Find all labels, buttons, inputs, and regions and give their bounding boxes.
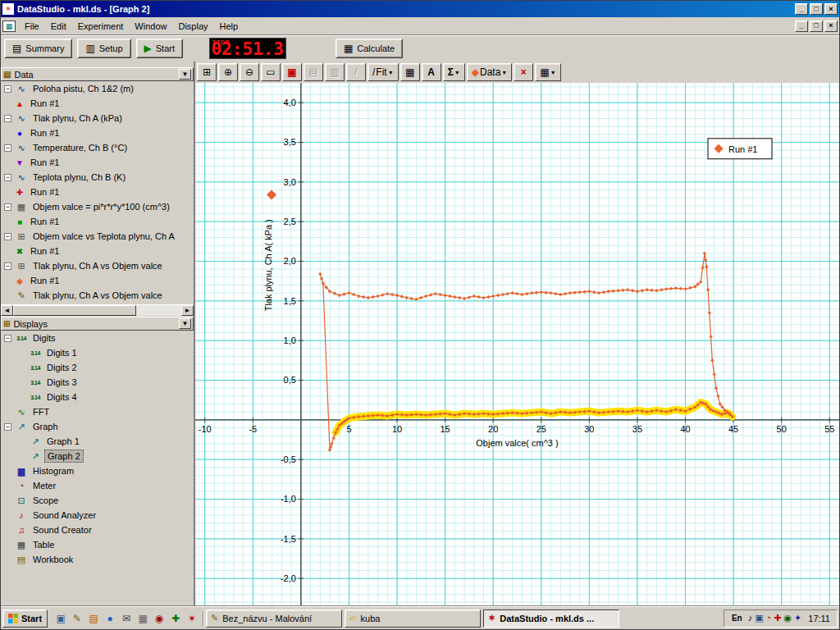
browser-icon[interactable]: ● bbox=[103, 611, 117, 626]
task-button[interactable]: ✶DataStudio - mkl.ds ... bbox=[483, 609, 619, 628]
data-horizontal-scrollbar[interactable]: ◄ ► bbox=[1, 304, 194, 316]
run-item[interactable]: ✖Run #1 bbox=[15, 244, 194, 258]
sound-creator-icon: ♫ bbox=[15, 525, 28, 535]
calculator-tool-button[interactable]: ▦ bbox=[400, 63, 420, 81]
data-menu-button[interactable]: ◆ Data ▼ bbox=[467, 63, 513, 81]
display-child-item[interactable]: −↗Graph 1 bbox=[15, 434, 194, 449]
legend[interactable]: Run #1 bbox=[708, 139, 772, 159]
summary-button[interactable]: ▤ Summary bbox=[4, 39, 72, 58]
media-icon[interactable]: ◉ bbox=[152, 611, 167, 626]
child-close-button[interactable]: × bbox=[824, 21, 838, 32]
collapse-icon[interactable]: − bbox=[4, 144, 11, 152]
statistics-menu-button[interactable]: Σ ▼ bbox=[443, 63, 465, 81]
display-child-item[interactable]: −3.14Digits 1 bbox=[15, 345, 194, 360]
data-source-item[interactable]: −∿Teplota plynu, Ch B (K) bbox=[1, 170, 194, 185]
scroll-left-icon[interactable]: ◄ bbox=[1, 305, 13, 316]
collapse-icon[interactable]: − bbox=[4, 262, 11, 270]
menu-help[interactable]: Help bbox=[214, 19, 244, 34]
graph-plot[interactable]: -10-55101520253035404550554,03,53,02,52,… bbox=[195, 83, 839, 606]
child-restore-button[interactable]: □ bbox=[810, 21, 823, 32]
data-panel-dropdown[interactable]: ▼ bbox=[179, 69, 191, 80]
display-child-item[interactable]: −3.14Digits 4 bbox=[15, 390, 194, 404]
run-item[interactable]: ●Run #1 bbox=[15, 126, 194, 140]
display-child-item[interactable]: −3.14Digits 3 bbox=[15, 375, 194, 390]
scale-to-fit-button[interactable]: ⊞ bbox=[197, 63, 217, 81]
setup-button[interactable]: ▥ Setup bbox=[77, 39, 130, 58]
calculator-icon[interactable]: ▦ bbox=[135, 611, 150, 626]
delete-button[interactable]: × bbox=[514, 63, 533, 81]
documents-icon[interactable]: ▤ bbox=[86, 611, 101, 626]
run-item[interactable]: ◆Run #1 bbox=[15, 273, 194, 288]
volume-icon[interactable]: ♪ bbox=[748, 613, 753, 623]
minimize-button[interactable]: _ bbox=[795, 3, 808, 15]
displays-panel-header[interactable]: ⊞ Displays ▼ bbox=[1, 317, 194, 331]
collapse-icon[interactable]: − bbox=[4, 335, 11, 342]
display-item-graph[interactable]: −↗Graph bbox=[1, 419, 194, 434]
scroll-right-icon[interactable]: ► bbox=[181, 305, 194, 316]
menu-experiment[interactable]: Experiment bbox=[72, 19, 130, 34]
data-source-item[interactable]: −∿Temperature, Ch B (°C) bbox=[1, 140, 194, 155]
messenger-icon[interactable]: ✦ bbox=[794, 613, 801, 623]
calculate-button[interactable]: ▦ Calculate bbox=[336, 39, 403, 58]
collapse-icon[interactable]: − bbox=[4, 174, 11, 181]
app-icon[interactable]: ✶ bbox=[185, 611, 199, 626]
show-desktop-icon[interactable]: ▣ bbox=[53, 611, 68, 626]
updater-icon[interactable]: ◉ bbox=[783, 613, 792, 623]
task-button[interactable]: ▱kuba bbox=[345, 609, 481, 628]
start-button[interactable]: Start bbox=[2, 609, 48, 628]
display-child-item[interactable]: −↗Graph 2 bbox=[15, 449, 194, 463]
start-recording-button[interactable]: ▶ Start bbox=[136, 39, 183, 58]
collapse-icon[interactable]: − bbox=[4, 115, 11, 122]
document-pen-icon[interactable]: ✎ bbox=[70, 611, 84, 626]
menu-file[interactable]: File bbox=[19, 19, 45, 34]
display-item-sound-analyzer[interactable]: −♪Sound Analyzer bbox=[1, 508, 194, 523]
display-child-item[interactable]: −3.14Digits 2 bbox=[15, 360, 194, 375]
zoom-out-button[interactable]: ⊖ bbox=[240, 63, 259, 81]
display-icon[interactable]: ▣ bbox=[755, 613, 763, 623]
menu-edit[interactable]: Edit bbox=[45, 19, 72, 34]
antivirus-icon[interactable]: ✚ bbox=[774, 613, 781, 623]
run-item[interactable]: ✚Run #1 bbox=[15, 185, 194, 199]
task-button[interactable]: ✎Bez_názvu - Malování bbox=[206, 609, 342, 628]
data-source-item[interactable]: −∿Tlak plynu, Ch A (kPa) bbox=[1, 111, 194, 126]
data-source-item[interactable]: −⊞Tlak plynu, Ch A vs Objem valce bbox=[1, 258, 194, 273]
display-item-sound-creator[interactable]: −♫Sound Creator bbox=[1, 523, 194, 537]
display-item-meter[interactable]: −◔Meter bbox=[1, 478, 194, 493]
display-item-workbook[interactable]: −▤Workbook bbox=[1, 552, 194, 567]
run-item[interactable]: ▲Run #1 bbox=[15, 96, 194, 111]
text-tool-button[interactable]: A bbox=[422, 63, 441, 81]
money-icon[interactable]: ✚ bbox=[168, 611, 183, 626]
display-item-table[interactable]: −▦Table bbox=[1, 537, 194, 552]
zoom-in-button[interactable]: ⊕ bbox=[218, 63, 238, 81]
mail-icon[interactable]: ✉ bbox=[119, 611, 134, 626]
data-source-item[interactable]: −▦Objem valce = pi*r*r*y*100 (cm^3) bbox=[1, 199, 194, 214]
data-source-item[interactable]: −∿Poloha pistu, Ch 1&2 (m) bbox=[1, 81, 194, 96]
display-item-digits[interactable]: −3.14Digits bbox=[1, 331, 194, 345]
scrollbar-thumb[interactable] bbox=[13, 305, 136, 316]
display-item-histogram[interactable]: −▆Histogram bbox=[1, 463, 194, 478]
collapse-icon[interactable]: − bbox=[4, 423, 11, 431]
scheduler-icon[interactable]: ◔ bbox=[766, 613, 772, 623]
data-source-item[interactable]: −✎Tlak plynu, Ch A vs Objem valce bbox=[1, 288, 194, 303]
child-minimize-button[interactable]: _ bbox=[795, 21, 808, 32]
display-item-scope[interactable]: −⊡Scope bbox=[1, 493, 194, 508]
fit-menu-button[interactable]: / Fit ▼ bbox=[368, 63, 399, 81]
displays-panel-dropdown[interactable]: ▼ bbox=[179, 318, 191, 329]
child-window-icon[interactable]: ▦ bbox=[2, 21, 16, 32]
zoom-select-button[interactable]: ▭ bbox=[261, 63, 281, 81]
restore-button[interactable]: □ bbox=[810, 3, 823, 15]
collapse-icon[interactable]: − bbox=[4, 85, 11, 93]
graph-settings-button[interactable]: ▦ ▼ bbox=[535, 63, 560, 81]
keyboard-language-indicator[interactable]: En bbox=[729, 613, 745, 623]
collapse-icon[interactable]: − bbox=[4, 233, 11, 240]
data-source-item[interactable]: −⊞Objem valce vs Teplota plynu, Ch A bbox=[1, 229, 194, 244]
menu-display[interactable]: Display bbox=[172, 19, 213, 34]
collapse-icon[interactable]: − bbox=[4, 203, 11, 211]
run-item[interactable]: ■Run #1 bbox=[15, 214, 194, 229]
run-item[interactable]: ▼Run #1 bbox=[15, 155, 194, 170]
highlight-data-button[interactable]: ▣ bbox=[282, 63, 302, 81]
display-item-fft[interactable]: −∿FFT bbox=[1, 404, 194, 419]
menu-window[interactable]: Window bbox=[129, 19, 172, 34]
data-panel-header[interactable]: ▤ Data ▼ bbox=[1, 67, 194, 81]
close-button[interactable]: × bbox=[824, 3, 838, 15]
